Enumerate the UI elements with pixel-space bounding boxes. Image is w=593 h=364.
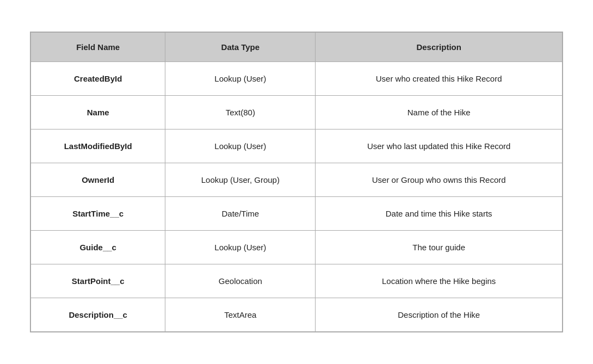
cell-data-type: TextArea (165, 298, 316, 332)
table-row: Guide__cLookup (User)The tour guide (31, 231, 563, 264)
cell-field-name: Name (31, 96, 165, 129)
cell-description: The tour guide (316, 231, 563, 264)
cell-description: User who last updated this Hike Record (316, 129, 563, 163)
cell-description: User or Group who owns this Record (316, 163, 563, 197)
header-data-type: Data Type (165, 33, 316, 62)
table-row: OwnerIdLookup (User, Group)User or Group… (31, 163, 563, 197)
cell-data-type: Lookup (User) (165, 62, 316, 96)
cell-field-name: Description__c (31, 298, 165, 332)
table-row: CreatedByIdLookup (User)User who created… (31, 62, 563, 96)
header-field-name: Field Name (31, 33, 165, 62)
table-row: NameText(80)Name of the Hike (31, 96, 563, 129)
cell-description: User who created this Hike Record (316, 62, 563, 96)
cell-description: Location where the Hike begins (316, 264, 563, 298)
cell-data-type: Lookup (User) (165, 231, 316, 264)
cell-data-type: Lookup (User, Group) (165, 163, 316, 197)
cell-description: Description of the Hike (316, 298, 563, 332)
cell-field-name: CreatedById (31, 62, 165, 96)
table-row: Description__cTextAreaDescription of the… (31, 298, 563, 332)
cell-data-type: Geolocation (165, 264, 316, 298)
table-row: StartPoint__cGeolocationLocation where t… (31, 264, 563, 298)
cell-field-name: LastModifiedById (31, 129, 165, 163)
data-table: Field Name Data Type Description Created… (30, 32, 563, 332)
cell-data-type: Text(80) (165, 96, 316, 129)
cell-data-type: Lookup (User) (165, 129, 316, 163)
cell-field-name: Guide__c (31, 231, 165, 264)
cell-description: Date and time this Hike starts (316, 197, 563, 231)
cell-data-type: Date/Time (165, 197, 316, 231)
cell-field-name: OwnerId (31, 163, 165, 197)
cell-field-name: StartPoint__c (31, 264, 165, 298)
table-header-row: Field Name Data Type Description (31, 33, 563, 62)
header-description: Description (316, 33, 563, 62)
table-row: StartTime__cDate/TimeDate and time this … (31, 197, 563, 231)
cell-field-name: StartTime__c (31, 197, 165, 231)
table-row: LastModifiedByIdLookup (User)User who la… (31, 129, 563, 163)
cell-description: Name of the Hike (316, 96, 563, 129)
